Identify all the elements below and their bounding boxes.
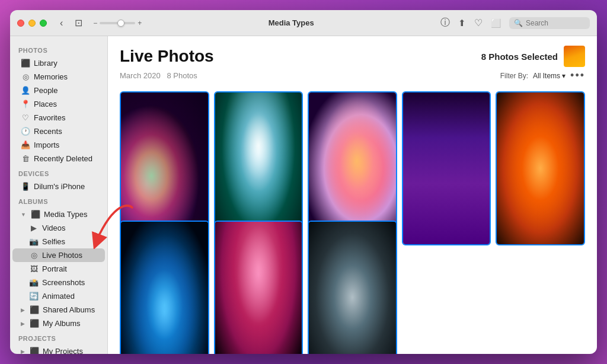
search-input[interactable]: [526, 19, 585, 27]
maximize-button[interactable]: [40, 20, 47, 27]
photo-image: [403, 92, 490, 244]
sidebar-item-label: My Projects: [43, 347, 83, 354]
heart-icon[interactable]: ♡: [474, 17, 483, 28]
sidebar-item-portrait[interactable]: 🖼 Portrait: [12, 262, 105, 276]
imports-icon: 📥: [21, 141, 30, 149]
sidebar-item-places[interactable]: 📍 Places: [12, 97, 105, 111]
sidebar-item-library[interactable]: ⬛ Library: [12, 56, 105, 70]
screenshots-icon: 📸: [29, 278, 39, 287]
animated-icon: 🔄: [29, 292, 39, 301]
search-icon: 🔍: [514, 19, 523, 27]
zoom-slider[interactable]: − +: [93, 19, 142, 27]
sidebar-section-photos: Photos: [10, 42, 107, 56]
my-projects-icon: ⬛: [30, 347, 39, 354]
titlebar-actions: ⓘ ⬆ ♡ ⬜ 🔍: [440, 17, 590, 29]
sidebar-item-label: Recents: [34, 127, 62, 136]
zoom-plus[interactable]: +: [138, 19, 142, 27]
expand-arrow: ▶: [21, 349, 25, 355]
sidebar-item-shared-albums[interactable]: ▶ ⬛ Shared Albums: [12, 303, 105, 317]
selected-count: 8 Photos Selected: [481, 52, 558, 62]
favorites-icon: ♡: [21, 113, 30, 122]
info-icon[interactable]: ⓘ: [440, 17, 450, 29]
traffic-lights: [17, 20, 47, 27]
close-button[interactable]: [17, 20, 24, 27]
expand-arrow: ▼: [21, 212, 26, 218]
crop-icon[interactable]: ⬜: [491, 18, 501, 28]
more-button[interactable]: •••: [570, 69, 585, 82]
photo-image: [121, 222, 208, 355]
filter-bar: Filter By: All Items ▾ •••: [500, 69, 585, 82]
content-sub-header: March 2020 8 Photos Filter By: All Items…: [120, 69, 585, 82]
sidebar-item-label: Favorites: [34, 113, 65, 122]
sidebar-item-label: Live Photos: [42, 251, 82, 260]
content-area: Live Photos 8 Photos Selected March 2020…: [108, 36, 597, 354]
sidebar-item-recents[interactable]: 🕐 Recents: [12, 124, 105, 138]
portrait-icon: 🖼: [29, 264, 39, 273]
meta-count: 8 Photos: [167, 71, 197, 80]
window-title: Media Types: [142, 18, 440, 27]
photo-item[interactable]: [120, 221, 209, 355]
sidebar-item-memories[interactable]: ◎ Memories: [12, 70, 105, 84]
sidebar-section-projects: Projects: [10, 330, 107, 344]
sidebar-item-label: Memories: [34, 72, 68, 81]
sidebar-item-my-projects[interactable]: ▶ ⬛ My Projects: [12, 344, 105, 354]
photo-item[interactable]: [402, 91, 491, 245]
sidebar-item-videos[interactable]: ▶ Videos: [12, 221, 105, 235]
slider-thumb[interactable]: [117, 20, 124, 27]
sidebar-item-label: Media Types: [44, 210, 87, 219]
sidebar-item-live-photos[interactable]: ◎ Live Photos: [12, 248, 105, 262]
content-meta: March 2020 8 Photos: [120, 71, 197, 80]
media-types-icon: ⬛: [31, 210, 40, 219]
recents-icon: 🕐: [21, 127, 30, 136]
sidebar-item-label: Screenshots: [42, 278, 85, 287]
filter-value: All Items: [533, 72, 560, 80]
sidebar-item-media-types[interactable]: ▼ ⬛ Media Types: [12, 207, 105, 221]
app-window: ‹ ⊡ − + Media Types ⓘ ⬆ ♡ ⬜ 🔍 Phot: [10, 10, 597, 354]
photo-item[interactable]: [308, 221, 397, 355]
zoom-minus[interactable]: −: [93, 19, 97, 27]
minimize-button[interactable]: [28, 20, 36, 27]
titlebar: ‹ ⊡ − + Media Types ⓘ ⬆ ♡ ⬜ 🔍: [10, 10, 597, 36]
photo-image: [497, 92, 584, 244]
sidebar-item-label: Animated: [42, 292, 75, 301]
sidebar: Photos ⬛ Library ◎ Memories 👤 People 📍 P…: [10, 36, 108, 354]
share-icon[interactable]: ⬆: [458, 18, 466, 28]
page-title: Live Photos: [120, 47, 214, 66]
sidebar-item-favorites[interactable]: ♡ Favorites: [12, 111, 105, 124]
sidebar-item-screenshots[interactable]: 📸 Screenshots: [12, 276, 105, 289]
sidebar-item-recently-deleted[interactable]: 🗑 Recently Deleted: [12, 152, 105, 165]
selected-info: 8 Photos Selected: [481, 46, 585, 67]
sidebar-section-albums: Albums: [10, 193, 107, 207]
sidebar-item-people[interactable]: 👤 People: [12, 84, 105, 97]
slider-track[interactable]: [100, 22, 135, 24]
filter-label: Filter By:: [500, 72, 528, 80]
photo-grid: [108, 87, 597, 354]
nav-controls: ‹ ⊡ − +: [56, 16, 142, 30]
sidebar-item-label: Portrait: [42, 264, 67, 273]
meta-date: March 2020: [120, 71, 161, 80]
photo-item[interactable]: [214, 221, 304, 355]
library-icon: ⬛: [21, 59, 30, 68]
photo-item[interactable]: [496, 91, 585, 245]
sidebar-item-my-albums[interactable]: ▶ ⬛ My Albums: [12, 317, 105, 330]
sidebar-item-label: Library: [34, 59, 57, 68]
places-icon: 📍: [21, 100, 30, 108]
selfies-icon: 📷: [29, 237, 39, 246]
sidebar-item-selfies[interactable]: 📷 Selfies: [12, 235, 105, 248]
search-box[interactable]: 🔍: [509, 17, 590, 29]
sidebar-item-iphone[interactable]: 📱 Dilum's iPhone: [12, 180, 105, 193]
back-button[interactable]: ‹: [56, 17, 66, 30]
photo-image: [215, 222, 302, 355]
thumbnail-preview: [564, 46, 585, 67]
sidebar-item-label: Dilum's iPhone: [34, 182, 85, 191]
sidebar-item-label: Videos: [42, 223, 66, 232]
live-photos-icon: ◎: [29, 251, 39, 260]
sidebar-item-label: Imports: [34, 141, 59, 149]
sidebar-item-imports[interactable]: 📥 Imports: [12, 138, 105, 152]
my-albums-icon: ⬛: [30, 319, 39, 328]
sidebar-item-label: Places: [34, 100, 57, 108]
rotate-button[interactable]: ⊡: [71, 16, 86, 30]
sidebar-section-devices: Devices: [10, 165, 107, 180]
filter-button[interactable]: All Items ▾: [533, 72, 566, 80]
sidebar-item-animated[interactable]: 🔄 Animated: [12, 289, 105, 303]
